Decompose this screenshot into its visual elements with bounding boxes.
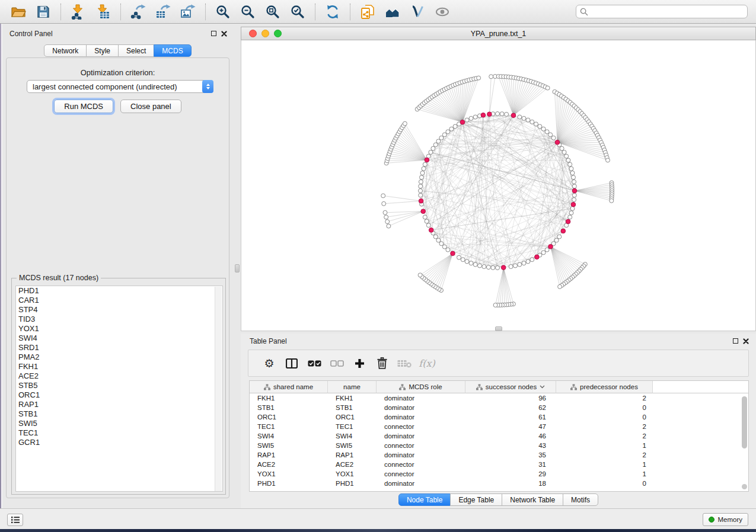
cell: PHD1 [250,480,328,487]
horizontal-split-grip[interactable] [495,326,502,331]
cell: RAP1 [250,451,328,459]
mcds-result-item[interactable]: STB5 [16,381,222,390]
mcds-result-item[interactable]: STP4 [16,305,222,315]
mcds-result-list[interactable]: PHD1CAR1STP4TID3YOX1SWI4SRD1PMA2FKH1ACE2… [15,286,223,492]
mcds-result-item[interactable]: ORC1 [16,390,222,400]
save-session-icon[interactable] [33,2,54,22]
delete-table-disabled-icon [393,352,416,374]
table-toolbar: ⚙f(x) [248,350,749,377]
tab-mcds[interactable]: MCDS [154,44,191,57]
search-box[interactable] [576,5,748,18]
mcds-result-item[interactable]: PMA2 [16,352,222,362]
export-table-icon[interactable] [152,2,174,22]
clone-network-icon[interactable] [357,2,378,22]
float-icon[interactable] [211,31,216,36]
table-row[interactable]: PHD1PHD1dominator180 [250,479,748,488]
tab-select[interactable]: Select [118,44,154,57]
close-icon[interactable] [221,31,227,37]
table-row[interactable]: SWI4SWI4dominator462 [250,431,748,441]
tab-node-table[interactable]: Node Table [398,493,451,506]
tab-style[interactable]: Style [86,44,119,57]
cell: connector [377,423,465,430]
mcds-result-item[interactable]: ACE2 [16,371,222,381]
network-window-titlebar[interactable]: YPA_prune.txt_1 [241,27,756,40]
open-file-icon[interactable] [8,2,29,22]
refresh-view-icon[interactable] [322,2,343,22]
delete-row-icon[interactable] [371,352,393,374]
select-all-rows-icon[interactable] [303,352,326,374]
header-filler [653,381,748,393]
run-mcds-button[interactable]: Run MCDS [54,100,113,113]
zoom-fit-icon[interactable] [262,2,283,22]
table-scrollbar-thumb[interactable] [742,396,747,448]
show-graphics-eye-icon[interactable] [432,2,453,22]
export-image-icon[interactable] [177,2,199,22]
network-graph-canvas[interactable] [241,40,756,331]
close-icon[interactable] [743,338,749,344]
tab-motifs[interactable]: Motifs [563,493,598,506]
mcds-result-item[interactable]: CAR1 [16,296,222,305]
mcds-result-item[interactable]: PHD1 [16,286,222,296]
vertical-split-grip[interactable] [235,264,240,273]
optimization-criterion-dropdown[interactable]: largest connected component (undirected) [27,80,213,93]
import-network-icon[interactable] [68,2,89,22]
mcds-result-item[interactable]: SWI4 [16,334,222,343]
mcds-list-scrollbar[interactable] [215,287,222,492]
zoom-out-icon[interactable] [237,2,259,22]
mcds-result-item[interactable]: TID3 [16,315,222,324]
mcds-result-item[interactable]: FKH1 [16,362,222,371]
mcds-result-item[interactable]: SWI5 [16,419,222,428]
mcds-result-item[interactable]: YOX1 [16,324,222,334]
table-row[interactable]: YOX1YOX1connector291 [250,469,748,479]
table-row[interactable]: FKH1FKH1dominator962 [250,393,748,403]
export-network-icon[interactable] [127,2,149,22]
table-row[interactable]: ORC1ORC1dominator610 [250,412,748,422]
column-tree-icon [264,384,270,390]
control-panel-title: Control Panel [9,30,53,38]
cell: dominator [377,414,465,421]
float-icon[interactable] [733,338,738,344]
cell: RAP1 [328,451,377,459]
table-row[interactable]: SWI5SWI5connector431 [250,441,748,450]
network-view-panel: YPA_prune.txt_1 [241,27,756,331]
show-columns-icon[interactable] [280,352,303,374]
network-graph[interactable] [241,40,755,330]
import-table-icon[interactable] [92,2,114,22]
table-row[interactable]: ACE2ACE2connector311 [250,460,748,469]
table-row[interactable]: STB1STB1dominator620 [250,403,748,412]
table-settings-gear-icon[interactable]: ⚙ [258,352,280,374]
cell: TEC1 [328,423,377,430]
mcds-result-item[interactable]: TEC1 [16,428,222,438]
houses-icon[interactable] [382,2,403,22]
column-header-MCDS-role[interactable]: MCDS role [377,381,465,393]
close-panel-button[interactable]: Close panel [120,100,181,113]
task-history-button[interactable] [7,514,23,526]
tab-network-table[interactable]: Network Table [502,493,563,506]
mcds-result-item[interactable]: SRD1 [16,343,222,352]
memory-button[interactable]: Memory [703,513,748,526]
cell: FKH1 [250,395,328,402]
toolbar-separator [315,4,315,20]
search-input[interactable] [591,8,744,16]
mcds-result-group: MCDS result (17 nodes) PHD1CAR1STP4TID3Y… [11,278,226,495]
curly-v-icon[interactable] [407,2,428,22]
add-row-icon[interactable] [348,352,371,374]
zoom-selected-icon[interactable] [287,2,308,22]
column-header-name[interactable]: name [328,381,377,393]
mcds-result-item[interactable]: STB1 [16,409,222,419]
table-row[interactable]: RAP1RAP1dominator352 [250,450,748,460]
column-header-successor-nodes[interactable]: successor nodes [465,381,556,393]
zoom-in-icon[interactable] [212,2,234,22]
tab-network[interactable]: Network [44,44,87,57]
mcds-result-item[interactable]: GCR1 [16,438,222,447]
tab-edge-table[interactable]: Edge Table [450,493,502,506]
table-panel-title: Table Panel [250,337,287,345]
table-row[interactable]: TEC1TEC1connector472 [250,422,748,431]
column-header-shared-name[interactable]: shared name [250,381,328,393]
cell: SWI5 [328,442,377,449]
cell: dominator [377,432,465,440]
column-header-predecessor-nodes[interactable]: predecessor nodes [556,381,653,393]
mcds-result-item[interactable]: RAP1 [16,400,222,409]
unselect-all-rows-icon[interactable] [326,352,348,374]
cell: 47 [465,423,556,430]
